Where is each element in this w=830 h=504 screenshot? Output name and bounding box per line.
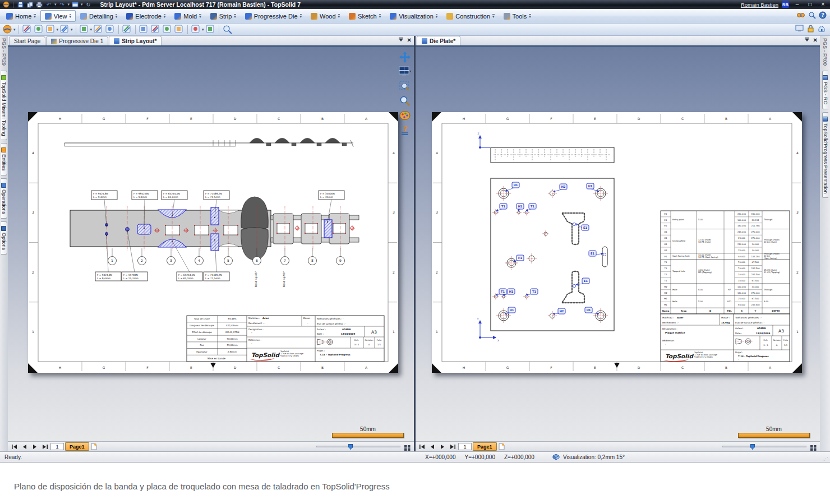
- dropdown-icon[interactable]: ▾: [57, 27, 59, 32]
- minimize-button[interactable]: –: [792, 1, 802, 8]
- resize-grip[interactable]: ⋰: [823, 456, 828, 461]
- next-page-icon[interactable]: [30, 443, 39, 451]
- menu-wood[interactable]: Wood▾: [306, 10, 344, 22]
- zoom-search-icon[interactable]: [222, 24, 233, 35]
- break-view-icon[interactable]: [105, 24, 116, 35]
- dropdown-icon[interactable]: ▾: [202, 27, 204, 32]
- next-page-icon[interactable]: [438, 443, 447, 451]
- menu-electrode[interactable]: Electrode▾: [122, 10, 170, 22]
- multi-view-icon[interactable]: [34, 24, 44, 35]
- annotation-icon[interactable]: [174, 24, 185, 35]
- search-icon[interactable]: [796, 11, 805, 21]
- dropdown-icon[interactable]: ▾: [71, 27, 73, 32]
- previous-page-icon[interactable]: [20, 443, 29, 451]
- strip-drawing-sheet[interactable]: HHGGFFEEDDCCBBAA44332211F = 9424,8NL = 9…: [28, 112, 398, 373]
- die-drawing-sheet[interactable]: HHGGFFEEDDCCBBAA44332211ZYXU1H2U1T1H1T1E…: [432, 112, 802, 373]
- render-style-icon[interactable]: [399, 109, 411, 122]
- menu-view[interactable]: View▾: [40, 10, 76, 22]
- topsolid-logo-icon[interactable]: [2, 1, 10, 8]
- local-section-icon[interactable]: [93, 24, 104, 35]
- viewports-icon[interactable]: ▾: [399, 66, 411, 78]
- dock-tab-topsolid-misumi-tooling[interactable]: TopSolid Misumi Tooling: [1, 71, 7, 140]
- copy-icon[interactable]: [26, 1, 34, 8]
- window-layout-icon[interactable]: [71, 1, 79, 8]
- page-slider[interactable]: [722, 446, 806, 447]
- menu-progressive-die[interactable]: Progressive Die▾: [241, 10, 306, 22]
- menu-sketch[interactable]: Sketch▾: [344, 10, 385, 22]
- die-plate-viewport[interactable]: HHGGFFEEDDCCBBAA44332211ZYXU1H2U1T1H1T1E…: [416, 47, 820, 441]
- zoom-window-icon[interactable]: [399, 80, 411, 93]
- add-page-icon[interactable]: [498, 443, 505, 451]
- redo-icon[interactable]: ↷: [58, 1, 66, 8]
- hatch-section-icon[interactable]: [59, 24, 70, 35]
- menu-construction[interactable]: Construction▾: [442, 10, 499, 22]
- dropdown-icon[interactable]: ▾: [13, 27, 16, 32]
- strip-wizard-icon[interactable]: [2, 24, 13, 35]
- first-page-icon[interactable]: [418, 443, 427, 451]
- detail-view-icon[interactable]: [79, 24, 90, 35]
- document-tab-progressive-die-1[interactable]: Progressive Die 1: [46, 36, 108, 45]
- document-tab-strip-layout-[interactable]: Strip Layout*: [109, 36, 162, 45]
- document-tab-start-page[interactable]: Start Page: [9, 36, 45, 45]
- refresh-icon[interactable]: ↻: [85, 1, 93, 8]
- page-slider[interactable]: [316, 446, 400, 447]
- last-page-icon[interactable]: [448, 443, 457, 451]
- dock-tab-topsolid-progress-presentation[interactable]: TopSolid'Progress Presentation: [822, 112, 828, 198]
- page-number-box[interactable]: 1: [458, 443, 472, 450]
- menu-home[interactable]: Home▾: [2, 10, 40, 22]
- dock-tab-operations[interactable]: Operations: [1, 178, 7, 219]
- dock-tab-entities[interactable]: Entities: [1, 143, 7, 175]
- help-tips-icon[interactable]: ?: [399, 124, 411, 136]
- page-tab[interactable]: Page1: [65, 442, 89, 451]
- page-number-box[interactable]: 1: [50, 443, 64, 450]
- dock-tab-pgs-ro[interactable]: PGS - RO: [822, 71, 828, 109]
- menu-strip[interactable]: Strip▾: [206, 10, 241, 22]
- close-button[interactable]: ×: [818, 1, 828, 8]
- save-icon[interactable]: [16, 1, 24, 8]
- first-page-icon[interactable]: [10, 443, 19, 451]
- sheet-icon[interactable]: [122, 24, 132, 35]
- lock-icon[interactable]: [807, 25, 814, 35]
- render-cube-icon[interactable]: [552, 454, 560, 461]
- shaded-view-icon[interactable]: [162, 24, 173, 35]
- close-tab-icon[interactable]: ✕: [407, 37, 412, 43]
- window-dropdown-icon[interactable]: ▾: [81, 2, 83, 7]
- display-settings-icon[interactable]: [795, 25, 804, 35]
- link-view-icon[interactable]: [205, 24, 216, 35]
- section-view-icon[interactable]: [150, 24, 161, 35]
- document-tab-die-plate-[interactable]: Die Plate*: [417, 36, 460, 45]
- add-page-icon[interactable]: [90, 443, 98, 451]
- maximize-button[interactable]: □: [805, 1, 815, 8]
- print-icon[interactable]: [35, 1, 43, 8]
- selection-frame-icon[interactable]: [191, 24, 201, 35]
- dock-tab-options[interactable]: Options: [1, 221, 7, 255]
- undo-dropdown-icon[interactable]: ▾: [54, 2, 57, 7]
- menu-tools[interactable]: Tools▾: [499, 10, 536, 22]
- layout-grid-icon[interactable]: [404, 443, 411, 450]
- tab-list-icon[interactable]: [398, 37, 404, 43]
- dropdown-icon[interactable]: ▾: [90, 27, 93, 32]
- redo-dropdown-icon[interactable]: ▾: [68, 2, 70, 7]
- visualization-setting[interactable]: Visualization: 0,2mm 15°: [563, 454, 625, 460]
- close-tab-icon[interactable]: ✕: [813, 37, 818, 43]
- menu-visualization[interactable]: Visualization▾: [385, 10, 442, 22]
- projected-view-icon[interactable]: [45, 24, 56, 35]
- home-icon[interactable]: [818, 25, 826, 35]
- tab-list-icon[interactable]: [804, 37, 810, 43]
- menu-mold[interactable]: Mold▾: [170, 10, 205, 22]
- zoom-icon[interactable]: [399, 95, 411, 107]
- page-tab[interactable]: Page1: [473, 442, 497, 451]
- strip-curve-icon[interactable]: [139, 24, 149, 35]
- last-page-icon[interactable]: [40, 443, 49, 451]
- layout-grid-icon[interactable]: [810, 443, 817, 450]
- help-icon[interactable]: ?: [819, 11, 827, 21]
- magnifier-icon[interactable]: [808, 11, 816, 21]
- user-avatar[interactable]: RB: [782, 1, 789, 8]
- undo-icon[interactable]: ↶: [45, 1, 53, 8]
- pan-icon[interactable]: [399, 51, 411, 63]
- main-view-icon[interactable]: [22, 24, 33, 35]
- previous-page-icon[interactable]: [428, 443, 437, 451]
- user-account-link[interactable]: Romain Bastien: [741, 2, 778, 8]
- strip-layout-viewport[interactable]: HHGGFFEEDDCCBBAA44332211F = 9424,8NL = 9…: [8, 47, 414, 441]
- menu-detailing[interactable]: Detailing▾: [76, 10, 122, 22]
